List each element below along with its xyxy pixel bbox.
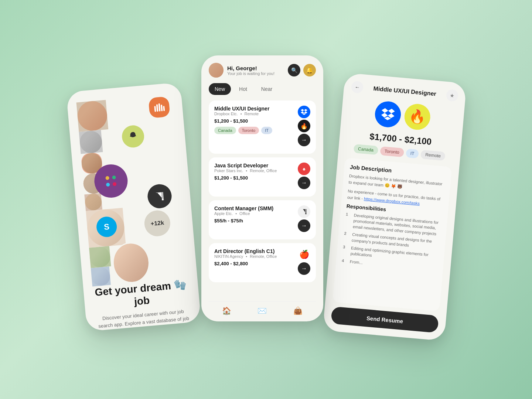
welcome-subtitle: Discover your ideal career with our job … — [95, 307, 192, 331]
job-card-2[interactable]: Java Script Developer Poker Stars Inc. •… — [209, 157, 316, 197]
job-title-4: Art Director (English C1) — [214, 248, 277, 254]
tags-1: Canada Toronto IT — [214, 127, 272, 134]
phone-welcome: S +12k Get your dream 🧤 job Discover you… — [66, 82, 201, 332]
phone-listings: Hi, George! Your job is waiting for you!… — [201, 55, 323, 321]
bottom-nav: 🏠 ✉️ 👜 — [209, 301, 316, 316]
avatar-2 — [79, 130, 103, 154]
salary-4: $2,400 - $2,800 — [214, 261, 277, 266]
salary-1: $1,200 - $1,500 — [214, 118, 272, 124]
phone-detail: ← Middle UX/UI Designer ★ 🔥 — [323, 73, 467, 341]
tag-toronto: Toronto — [238, 127, 259, 134]
detail-tag-canada: Canada — [353, 144, 378, 155]
tag-canada: Canada — [214, 127, 236, 134]
svg-rect-4 — [163, 106, 165, 111]
dropbox-icon-1 — [298, 106, 310, 118]
avatar-9 — [91, 266, 111, 286]
n-logo — [147, 183, 173, 209]
apple-icon-4: 🍎 — [298, 248, 310, 261]
phone1-bottom: Get your dream 🧤 job Discover your ideal… — [92, 278, 195, 331]
home-nav-icon[interactable]: 🏠 — [221, 306, 232, 316]
filter-tabs: New Hot Near — [209, 83, 316, 95]
job-title-1: Middle UX/UI Designer — [214, 106, 272, 112]
arrow-3[interactable]: → — [298, 219, 310, 232]
detail-job-title: Middle UX/UI Designer — [363, 84, 447, 98]
tab-near[interactable]: Near — [255, 83, 278, 95]
dropbox-logo-detail — [374, 100, 402, 128]
avatar-8 — [89, 246, 111, 268]
job-title-2: Java Script Developer — [214, 163, 277, 168]
arrow-1[interactable]: → — [298, 134, 310, 146]
svg-rect-1 — [156, 104, 158, 112]
detail-tag-toronto: Toronto — [380, 146, 404, 157]
salary-3: $55/h - $75/h — [214, 218, 273, 224]
job-cards-list: Middle UX/UI Designer Dropbox Etc. • Rem… — [209, 100, 316, 301]
main-person-avatar — [111, 241, 151, 284]
fire-icon-1: 🔥 — [298, 120, 310, 132]
snapchat-logo — [121, 125, 145, 149]
logos-4: 🍎 → — [298, 248, 310, 275]
count-bubble: +12k — [143, 209, 171, 238]
company-info-3: Apple Etc. • Office — [214, 211, 273, 216]
notification-button[interactable]: 🔔 — [303, 64, 316, 76]
music-logo — [148, 96, 170, 119]
svg-rect-5 — [105, 176, 109, 180]
job-desc-link[interactable]: https://www.dropbox.com/tasks — [364, 196, 420, 205]
svg-rect-0 — [154, 106, 156, 112]
svg-rect-6 — [106, 183, 110, 187]
tag-it: IT — [261, 127, 272, 134]
detail-header: ← Middle UX/UI Designer ★ — [351, 81, 459, 102]
svg-rect-3 — [160, 105, 163, 111]
poker-icon-2: ♠ — [298, 163, 310, 175]
company-info-4: NIKITIN Agency • Remote, Office — [214, 254, 277, 259]
user-avatar — [209, 63, 224, 78]
avatar-1 — [76, 100, 109, 132]
job-card-4[interactable]: Art Director (English C1) NIKITIN Agency… — [209, 243, 316, 282]
detail-tag-it: IT — [406, 149, 419, 158]
job-card-3[interactable]: Content Manager (SMM) Apple Etc. • Offic… — [209, 200, 316, 239]
nextdoor-icon-3 — [298, 205, 310, 218]
avatar-6 — [84, 193, 102, 211]
header-text: Hi, George! Your job is waiting for you! — [227, 65, 274, 76]
header-icons: 🔍 🔔 — [288, 64, 316, 76]
logos-2: ♠ → — [298, 163, 310, 189]
detail-tag-remote: Remote — [420, 150, 446, 161]
search-button[interactable]: 🔍 — [288, 64, 300, 76]
fire-logo-detail: 🔥 — [403, 103, 432, 131]
svg-rect-7 — [112, 175, 116, 180]
listings-header: Hi, George! Your job is waiting for you!… — [209, 63, 316, 78]
arrow-4[interactable]: → — [298, 262, 310, 275]
phones-container: S +12k Get your dream 🧤 job Discover you… — [76, 66, 456, 332]
messages-nav-icon[interactable]: ✉️ — [257, 306, 267, 316]
job-description-section: Job Description Dropbox is looking for a… — [332, 158, 452, 311]
arrow-2[interactable]: → — [298, 177, 310, 189]
tab-hot[interactable]: Hot — [233, 83, 253, 95]
favorite-button[interactable]: ★ — [446, 89, 459, 102]
job-card-1[interactable]: Middle UX/UI Designer Dropbox Etc. • Rem… — [209, 100, 316, 154]
company-info-1: Dropbox Etc. • Remote — [214, 112, 272, 116]
profile-nav-icon[interactable]: 👜 — [293, 306, 303, 316]
back-button[interactable]: ← — [351, 81, 364, 94]
salary-2: $1,200 - $1,500 — [214, 175, 277, 181]
company-logos-detail: 🔥 — [348, 98, 457, 133]
send-resume-button[interactable]: Send Resume — [331, 306, 439, 333]
logos-3: → — [298, 205, 310, 232]
tab-new[interactable]: New — [209, 83, 231, 95]
company-info-2: Poker Stars Inc. • Remote, Office — [214, 168, 277, 173]
logos-1: 🔥 → — [298, 106, 310, 146]
avatars-area: S +12k — [76, 94, 188, 287]
svg-rect-8 — [113, 182, 117, 186]
job-title-3: Content Manager (SMM) — [214, 205, 273, 211]
svg-rect-2 — [158, 103, 160, 111]
